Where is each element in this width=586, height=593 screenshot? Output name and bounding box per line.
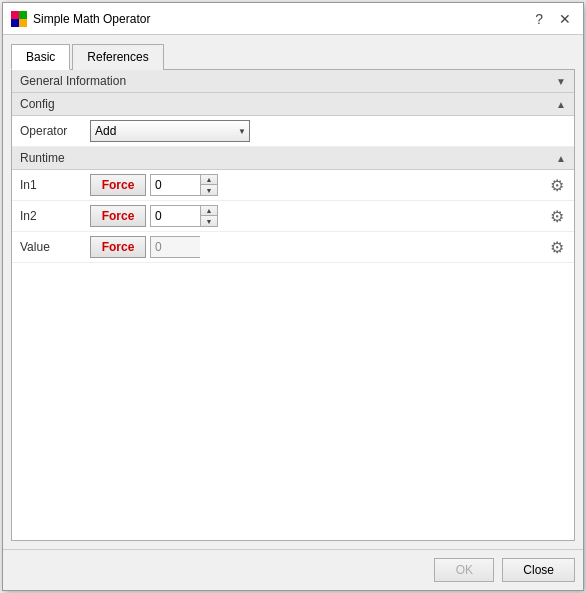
titlebar: Simple Math Operator ? ✕	[3, 3, 583, 35]
ok-button[interactable]: OK	[434, 558, 494, 582]
runtime-chevron: ▲	[556, 153, 566, 164]
svg-rect-1	[19, 11, 27, 19]
operator-select[interactable]: Add Subtract Multiply Divide	[90, 120, 250, 142]
help-button[interactable]: ?	[531, 12, 547, 26]
value-spin-wrap	[150, 236, 200, 258]
general-info-header[interactable]: General Information ▼	[12, 70, 574, 93]
tab-basic[interactable]: Basic	[11, 44, 70, 70]
runtime-body: In1 Force ▲ ▼ ⚙ In2 Force	[12, 170, 574, 263]
runtime-header[interactable]: Runtime ▲	[12, 147, 574, 170]
tab-bar: Basic References	[11, 43, 575, 70]
titlebar-controls: ? ✕	[531, 12, 575, 26]
in2-row: In2 Force ▲ ▼ ⚙	[12, 201, 574, 232]
titlebar-left: Simple Math Operator	[11, 11, 150, 27]
window-title: Simple Math Operator	[33, 12, 150, 26]
in2-value-input[interactable]	[150, 205, 200, 227]
value-gear-button[interactable]: ⚙	[548, 238, 566, 257]
close-window-button[interactable]: ✕	[555, 12, 575, 26]
in1-row: In1 Force ▲ ▼ ⚙	[12, 170, 574, 201]
operator-label: Operator	[20, 124, 90, 138]
value-force-button[interactable]: Force	[90, 236, 146, 258]
tab-content-basic: General Information ▼ Config ▲ Operator …	[11, 70, 575, 541]
app-icon	[11, 11, 27, 27]
operator-select-wrapper: Add Subtract Multiply Divide	[90, 120, 250, 142]
runtime-label: Runtime	[20, 151, 65, 165]
content-area: Basic References General Information ▼ C…	[3, 35, 583, 549]
value-value-input	[150, 236, 200, 258]
in1-label: In1	[20, 178, 90, 192]
config-header[interactable]: Config ▲	[12, 93, 574, 116]
value-row: Value Force ⚙	[12, 232, 574, 263]
in1-spin-wrap: ▲ ▼	[150, 174, 218, 196]
in2-spin-buttons: ▲ ▼	[200, 205, 218, 227]
footer: OK Close	[3, 549, 583, 590]
main-window: Simple Math Operator ? ✕ Basic Reference…	[2, 2, 584, 591]
svg-rect-3	[19, 19, 27, 27]
svg-rect-2	[11, 19, 19, 27]
in1-value-input[interactable]	[150, 174, 200, 196]
in2-spin-down[interactable]: ▼	[201, 216, 217, 226]
in1-spin-buttons: ▲ ▼	[200, 174, 218, 196]
in2-label: In2	[20, 209, 90, 223]
in2-spin-up[interactable]: ▲	[201, 206, 217, 216]
config-label: Config	[20, 97, 55, 111]
in1-spin-down[interactable]: ▼	[201, 185, 217, 195]
in2-spin-wrap: ▲ ▼	[150, 205, 218, 227]
in2-gear-button[interactable]: ⚙	[548, 207, 566, 226]
config-body: Operator Add Subtract Multiply Divide	[12, 116, 574, 147]
svg-rect-0	[11, 11, 19, 19]
operator-row: Operator Add Subtract Multiply Divide	[12, 116, 574, 147]
in2-force-button[interactable]: Force	[90, 205, 146, 227]
in1-spin-up[interactable]: ▲	[201, 175, 217, 185]
in1-gear-button[interactable]: ⚙	[548, 176, 566, 195]
close-button[interactable]: Close	[502, 558, 575, 582]
general-info-label: General Information	[20, 74, 126, 88]
value-label: Value	[20, 240, 90, 254]
general-info-chevron: ▼	[556, 76, 566, 87]
tab-references[interactable]: References	[72, 44, 163, 70]
in1-force-button[interactable]: Force	[90, 174, 146, 196]
config-chevron: ▲	[556, 99, 566, 110]
